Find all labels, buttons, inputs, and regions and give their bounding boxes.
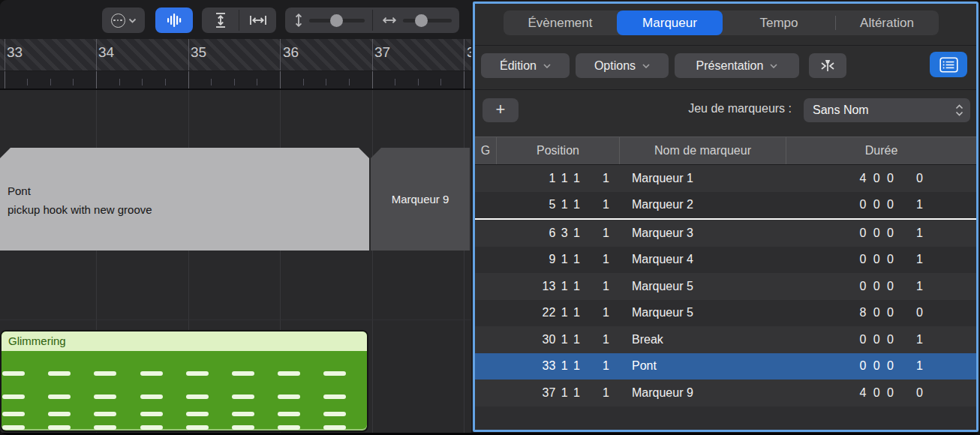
tab-separator	[835, 16, 836, 30]
cell-duration-tick: 1	[894, 198, 976, 212]
auto-zoom-segmented-control	[202, 8, 276, 33]
add-marker-button[interactable]: +	[482, 98, 519, 122]
cell-duration-tick: 0	[894, 172, 976, 185]
waveform-zoom-button[interactable]	[155, 8, 193, 33]
cell-position: 33 1 1	[497, 359, 580, 373]
cell-marker-name: Marqueur 2	[620, 198, 786, 212]
table-row[interactable]: 37 1 1 1 Marqueur 9 4 0 0 0	[475, 380, 976, 406]
marker-region-marqueur-9[interactable]: Marqueur 9	[371, 148, 470, 250]
vertical-auto-zoom-button[interactable]	[202, 8, 239, 33]
midi-note	[278, 425, 300, 430]
ruler-beat-tick	[257, 79, 257, 86]
cell-marker-name: Marqueur 1	[620, 172, 786, 185]
ruler-bar-tick	[372, 71, 373, 88]
ruler-bar-tick	[280, 71, 281, 88]
midi-region-glimmering[interactable]: Glimmering	[0, 330, 368, 432]
midi-note	[278, 394, 300, 399]
table-row[interactable]: 1 1 1 1 Marqueur 1 4 0 0 0	[475, 165, 976, 192]
options-menu-button[interactable]: Options	[576, 53, 669, 78]
cell-position-tick: 1	[580, 253, 620, 266]
ruler-bar-line	[5, 39, 5, 71]
table-row[interactable]: 6 3 1 1 Marqueur 3 0 0 0 1	[475, 220, 976, 247]
cell-position: 13 1 1	[497, 280, 580, 293]
slider-thumb[interactable]	[415, 14, 428, 27]
table-row[interactable]: 30 1 1 1 Break 0 0 0 1	[475, 326, 976, 353]
tab-alteration[interactable]: Altération	[835, 10, 939, 35]
ruler-beat-strip[interactable]	[0, 71, 471, 90]
marker-title: Pont	[8, 184, 31, 197]
ruler-cycle-strip[interactable]: 333435363738	[0, 39, 471, 71]
ruler-beat-tick	[142, 79, 143, 86]
table-row[interactable]: 22 1 1 1 Marqueur 5 8 0 0 0	[475, 300, 976, 327]
ruler-bar-number: 35	[191, 44, 206, 61]
midi-note	[186, 412, 209, 416]
midi-note	[186, 371, 209, 376]
slider-track[interactable]	[403, 19, 452, 22]
cell-duration: 0 0 0	[786, 280, 894, 293]
midi-note	[2, 371, 25, 376]
ruler-bar-number: 36	[283, 44, 299, 61]
cell-position-tick: 1	[580, 226, 620, 240]
cell-position: 9 1 1	[497, 253, 580, 266]
divider	[475, 89, 976, 90]
slider-track[interactable]	[309, 19, 365, 22]
vertical-arrows-icon	[294, 13, 303, 28]
cell-position: 1 1 1	[497, 172, 580, 185]
horizontal-auto-zoom-button[interactable]	[239, 8, 276, 33]
ruler-bar-number: 33	[7, 44, 23, 61]
table-body: 1 1 1 1 Marqueur 1 4 0 0 0 5 1 1 1 Marqu…	[475, 165, 976, 406]
horizontal-zoom-slider[interactable]	[373, 16, 460, 25]
ruler-bar-tick	[464, 71, 464, 88]
midi-note	[140, 371, 163, 376]
midi-note	[232, 394, 254, 399]
table-row[interactable]: 13 1 1 1 Marqueur 5 0 0 0 1	[475, 273, 976, 300]
pin-filter-icon	[817, 56, 838, 76]
bar-ruler[interactable]: 333435363738	[0, 39, 471, 90]
presentation-menu-button[interactable]: Présentation	[675, 53, 799, 78]
cell-position-tick: 1	[580, 306, 620, 320]
list-icon	[939, 57, 958, 73]
chevron-down-icon	[642, 64, 650, 68]
ruler-beat-tick	[303, 79, 304, 86]
ruler-beat-tick	[326, 79, 326, 86]
edition-menu-button[interactable]: Édition	[481, 53, 570, 78]
event-list-view-button[interactable]	[930, 52, 967, 77]
horizontal-arrows-icon	[382, 16, 397, 25]
catch-filter-button[interactable]	[809, 53, 846, 78]
cell-duration: 8 0 0	[786, 306, 894, 320]
midi-region-name: Glimmering	[2, 332, 367, 351]
ruler-bar-line	[96, 39, 97, 71]
cell-position-tick: 1	[580, 386, 620, 400]
cell-position: 37 1 1	[497, 386, 580, 400]
divider	[475, 45, 976, 46]
ruler-beat-tick	[73, 79, 74, 86]
midi-note	[140, 394, 163, 399]
bar-grid-line	[464, 90, 464, 435]
tab-tempo[interactable]: Tempo	[723, 10, 835, 35]
table-empty-area	[475, 406, 976, 430]
table-row[interactable]: 5 1 1 1 Marqueur 2 0 0 0 1	[475, 192, 976, 219]
zoom-sliders	[285, 8, 459, 33]
cell-position: 30 1 1	[497, 333, 580, 346]
marker-set-select[interactable]: Sans Nom	[804, 98, 970, 122]
table-row[interactable]: 33 1 1 1 Pont 0 0 0 1	[475, 353, 976, 380]
midi-note	[48, 371, 71, 376]
vertical-zoom-slider[interactable]	[285, 13, 372, 28]
cell-duration-tick: 1	[894, 253, 976, 266]
cell-marker-name: Marqueur 9	[620, 386, 786, 400]
table-row[interactable]: 9 1 1 1 Marqueur 4 0 0 0 1	[475, 247, 976, 274]
slider-thumb[interactable]	[330, 14, 343, 27]
chevron-down-icon	[543, 64, 551, 68]
logic-pro-window: 333435363738 Pont pickup hook with new g…	[0, 0, 980, 435]
region-options-menu-button[interactable]	[102, 8, 145, 33]
ruler-bar-tick	[188, 71, 189, 88]
marker-region-pont[interactable]: Pont pickup hook with new groove	[0, 148, 369, 250]
waveform-icon	[165, 11, 183, 29]
tab-evenement[interactable]: Évènement	[504, 10, 617, 35]
tab-marqueur[interactable]: Marqueur	[617, 10, 723, 35]
midi-note	[94, 425, 116, 430]
cell-marker-name: Break	[620, 333, 786, 346]
cell-duration: 4 0 0	[786, 172, 894, 185]
cell-marker-name: Marqueur 3	[620, 226, 786, 240]
cell-duration-tick: 1	[894, 359, 976, 373]
